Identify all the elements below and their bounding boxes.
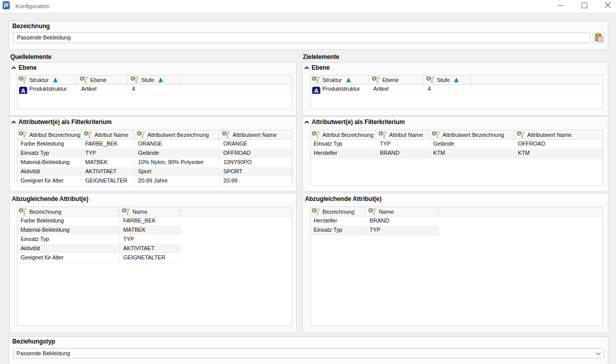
- svg-text:1: 1: [348, 78, 350, 83]
- svg-text:2: 2: [455, 78, 457, 83]
- svg-text:1: 1: [54, 78, 56, 83]
- svg-text:2: 2: [160, 78, 162, 83]
